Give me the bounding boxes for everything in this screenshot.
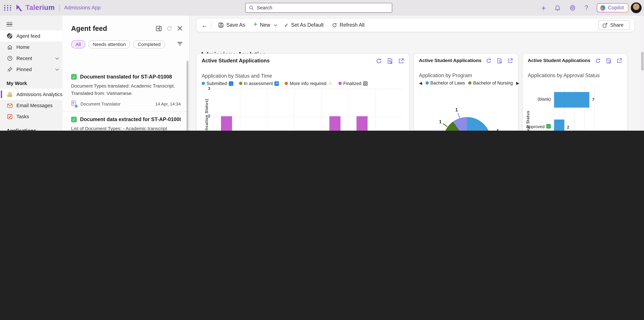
copilot-logo-icon	[600, 5, 606, 10]
feed-filter-needs-attention[interactable]: Needs attention	[88, 40, 130, 48]
chevron-down-icon[interactable]	[55, 67, 59, 70]
feed-filter-icon[interactable]	[177, 40, 184, 48]
pie-data-label: 1	[439, 119, 442, 124]
nav-hamburger-icon[interactable]	[0, 18, 14, 30]
sidebar-item-tasks[interactable]: Tasks	[0, 111, 62, 122]
open-side-pane-icon[interactable]	[156, 26, 162, 32]
help-icon[interactable]: ?	[584, 4, 588, 11]
sidebar-item-label: Agent feed	[16, 33, 40, 39]
horizontal-bar-chart: 02468(blank)7Approved✓2Rejected✗1Count:A…	[523, 54, 628, 131]
feed-filter-all[interactable]: All	[71, 40, 85, 48]
bar-value-label: 7	[592, 97, 594, 102]
sidebar-item-email-messages[interactable]: Email Messages	[0, 100, 62, 111]
left-navigation: Agent feed Home Recent Pinned My Work Ad…	[0, 16, 62, 131]
settings-gear-icon[interactable]	[569, 4, 576, 11]
sidebar-item-agent-feed[interactable]: Agent feed	[0, 30, 62, 42]
sidebar-item-label: Email Messages	[16, 102, 53, 108]
new-dropdown-icon[interactable]	[274, 23, 277, 26]
feed-item-body: List of Document Types: - Academic trans…	[71, 125, 181, 131]
category-label: (blank)	[538, 96, 551, 101]
talerium-logo-icon	[16, 4, 23, 12]
new-button[interactable]: + New	[249, 18, 280, 32]
close-feed-icon[interactable]	[177, 26, 184, 32]
copilot-button[interactable]: Copilot	[597, 3, 628, 12]
app-name: Admissions App	[64, 5, 101, 10]
save-as-button[interactable]: Save As	[214, 18, 249, 32]
chart-card-status-time: Active Student Applications Application …	[196, 53, 410, 131]
refresh-icon	[332, 22, 337, 28]
search-icon	[249, 5, 254, 10]
global-search-input[interactable]: Search	[245, 3, 392, 13]
bar-value-label: 2	[567, 124, 569, 129]
clock-icon	[6, 55, 13, 61]
pie-data-label: 4	[496, 128, 499, 131]
search-placeholder: Search	[257, 5, 272, 10]
pie-data-label: 1	[455, 107, 458, 112]
stacked-bar-chart: 012329/03/20261/04/20267/04/20269/04/202…	[197, 54, 410, 131]
nav-section-title: Applications	[0, 122, 62, 131]
share-button[interactable]: Share	[598, 20, 630, 30]
notifications-icon[interactable]	[554, 5, 561, 11]
feed-item-title: Document translated for ST-AP-01008	[80, 74, 172, 80]
refresh-all-button[interactable]: Refresh All	[328, 18, 368, 32]
share-icon	[602, 22, 608, 28]
back-icon[interactable]: ←	[202, 22, 211, 29]
app-window: Talerium Admissions App Search + ? Copil…	[0, 0, 644, 131]
feed-filter-chips: AllNeeds attentionCompleted	[62, 33, 189, 48]
nav-sections: My Work Admissions Analytics Email Messa…	[0, 75, 62, 131]
page-scrollbar-thumb[interactable]	[641, 52, 644, 71]
agent-feed-icon	[6, 33, 13, 39]
sidebar-item-admissions-analytics[interactable]: Admissions Analytics	[0, 89, 62, 100]
main-content: ← Save As + New ✓ Set As Default Refresh…	[190, 16, 644, 131]
nav-top-items: Agent feed Home Recent Pinned	[0, 30, 62, 75]
feed-filter-completed[interactable]: Completed	[133, 40, 165, 48]
sidebar-item-recent[interactable]: Recent	[0, 52, 62, 64]
chevron-down-icon[interactable]	[55, 56, 59, 59]
feed-item[interactable]: ✓ Document data extracted for ST-AP-0100…	[62, 112, 190, 131]
feed-scrollbar[interactable]	[186, 61, 188, 131]
tasks-icon	[6, 114, 13, 120]
sidebar-item-label: Admissions Analytics	[16, 92, 62, 97]
feed-item-time: 14 Apr, 14:34	[155, 102, 181, 106]
add-icon[interactable]: +	[541, 4, 546, 12]
pie-graphic	[443, 117, 491, 131]
chart-card-program: Active Student Applications Application …	[414, 53, 518, 131]
save-icon	[218, 22, 224, 28]
chart-card-approval: Active Student Applications Applications…	[522, 53, 628, 131]
completed-check-icon: ✓	[71, 74, 77, 80]
nav-section-title: My Work	[0, 75, 62, 89]
sidebar-item-pinned[interactable]: Pinned	[0, 64, 62, 75]
sidebar-item-label: Recent	[16, 55, 32, 61]
agent-feed-panel: Agent feed AllNeeds attentionCompleted ✓…	[62, 16, 190, 131]
sidebar-item-label: Home	[16, 44, 30, 50]
pin-icon	[6, 66, 13, 72]
y-axis-label: Approval Status	[526, 106, 530, 131]
bar-segment-finalized	[221, 116, 232, 131]
sidebar-item-home[interactable]: Home	[0, 42, 62, 52]
bar-segment-finalized	[356, 116, 367, 131]
completed-check-icon: ✓	[71, 117, 77, 122]
user-avatar[interactable]	[630, 2, 642, 14]
email-icon	[6, 102, 13, 108]
brand-name: Talerium	[26, 4, 55, 12]
approval-bar	[554, 92, 589, 107]
translator-agent-icon: 文✓	[71, 101, 78, 107]
feed-refresh-icon[interactable]	[166, 26, 173, 32]
waffle-menu-icon[interactable]	[0, 0, 16, 16]
feed-item[interactable]: ✓ Document translated for ST-AP-01008 Do…	[62, 69, 190, 112]
set-as-default-button[interactable]: ✓ Set As Default	[280, 18, 328, 32]
approval-bar	[554, 119, 564, 131]
pie-chart: 421111	[414, 54, 519, 131]
agent-feed-title: Agent feed	[71, 25, 156, 33]
page-scrollbar[interactable]	[641, 16, 644, 131]
sidebar-item-label: Pinned	[16, 66, 32, 72]
check-icon: ✓	[284, 22, 289, 28]
approved-check-icon: ✓	[546, 124, 551, 129]
feed-item-title: Document data extracted for ST-AP-01008	[80, 117, 181, 122]
top-bar: Talerium Admissions App Search + ? Copil…	[0, 0, 644, 16]
bar-segment-finalized	[329, 116, 340, 131]
sidebar-item-label: Tasks	[16, 114, 29, 119]
analytics-icon	[6, 91, 13, 98]
y-axis-label: Count:All (Application Status)	[204, 76, 209, 131]
new-plus-icon: +	[254, 20, 258, 29]
